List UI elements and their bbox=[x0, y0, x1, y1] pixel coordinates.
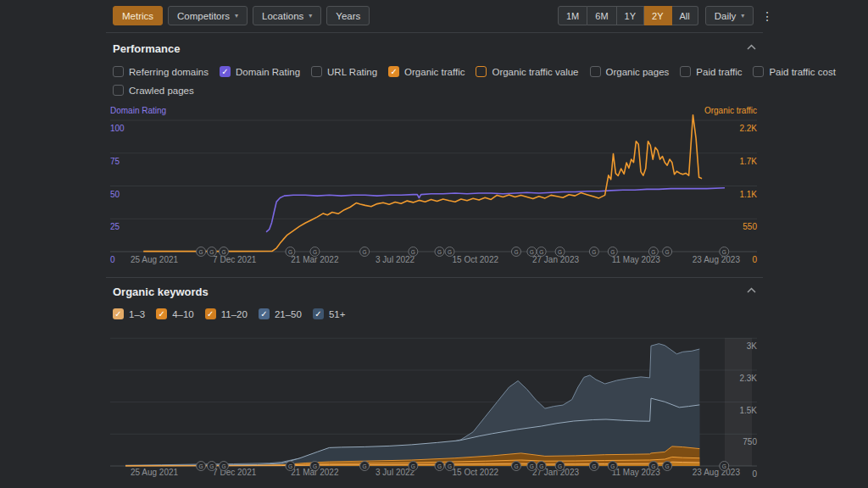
x-tick-label: 15 Oct 2022 bbox=[453, 468, 499, 477]
collapse-keywords-chevron-icon[interactable] bbox=[747, 287, 756, 293]
years-button[interactable]: Years bbox=[326, 6, 370, 25]
performance-metric-toggles-row2: Crawled pages bbox=[113, 85, 194, 96]
performance-section-title: Performance bbox=[113, 42, 180, 55]
locations-dropdown-button[interactable]: Locations▾ bbox=[253, 6, 321, 25]
metric-checkbox-organic-traffic-value[interactable]: Organic traffic value bbox=[476, 66, 578, 77]
google-update-marker-letter: G bbox=[363, 249, 367, 255]
checkbox-icon[interactable]: ✓ bbox=[113, 308, 124, 319]
google-update-marker-letter: G bbox=[610, 463, 615, 469]
x-tick-label: 23 Aug 2023 bbox=[693, 468, 741, 477]
google-update-marker-letter: G bbox=[665, 463, 670, 469]
competitors-dropdown-button[interactable]: Competitors▾ bbox=[168, 6, 248, 25]
x-tick-label: 15 Oct 2022 bbox=[453, 255, 499, 264]
google-update-marker-letter: G bbox=[209, 463, 214, 469]
keyword-filter-1-3[interactable]: ✓1–3 bbox=[113, 308, 145, 319]
google-update-marker-letter: G bbox=[530, 463, 534, 469]
organic-keywords-chart[interactable]: 07501.5K2.3K3K25 Aug 20217 Dec 202121 Ma… bbox=[106, 330, 763, 488]
metric-checkbox-paid-traffic-cost[interactable]: Paid traffic cost bbox=[753, 66, 835, 77]
range-button-group: 1M 6M 1Y 2Y All bbox=[558, 6, 698, 25]
right-axis-tick-label: 0 bbox=[752, 469, 757, 479]
x-tick-label: 7 Dec 2021 bbox=[213, 255, 257, 264]
keyword-filter-51plus[interactable]: ✓51+ bbox=[313, 308, 346, 319]
keyword-filter-11-20[interactable]: ✓11–20 bbox=[205, 308, 248, 319]
line-series-Organic traffic bbox=[143, 115, 702, 252]
metric-checkbox-domain-rating[interactable]: ✓Domain Rating bbox=[220, 66, 300, 77]
google-update-marker-letter: G bbox=[288, 249, 292, 255]
left-axis-tick-label: 75 bbox=[110, 157, 120, 166]
collapse-performance-chevron-icon[interactable] bbox=[747, 44, 756, 50]
metric-checkbox-referring-domains[interactable]: Referring domains bbox=[113, 66, 209, 77]
checkbox-icon[interactable] bbox=[113, 85, 124, 96]
right-axis-title: Organic traffic bbox=[704, 106, 757, 115]
analytics-dashboard: { "icons": { "caret_down": "▾", "kebab_m… bbox=[0, 0, 868, 488]
keyword-filter-4-10[interactable]: ✓4–10 bbox=[156, 308, 194, 319]
google-update-marker-letter: G bbox=[722, 249, 726, 255]
google-update-marker-letter: G bbox=[411, 249, 415, 255]
metric-checkbox-url-rating[interactable]: URL Rating bbox=[311, 66, 377, 77]
caret-down-icon: ▾ bbox=[309, 13, 312, 19]
metric-checkbox-crawled-pages[interactable]: Crawled pages bbox=[113, 85, 194, 96]
granularity-dropdown-button[interactable]: Daily▾ bbox=[705, 6, 754, 25]
metric-checkbox-organic-traffic[interactable]: ✓Organic traffic bbox=[388, 66, 465, 77]
checkbox-icon[interactable]: ✓ bbox=[388, 66, 399, 77]
google-update-marker-letter: G bbox=[199, 463, 203, 469]
google-update-marker-letter: G bbox=[363, 463, 367, 469]
checkbox-icon[interactable]: ✓ bbox=[220, 66, 231, 77]
metric-checkbox-paid-traffic[interactable]: Paid traffic bbox=[680, 66, 742, 77]
google-update-marker-letter: G bbox=[437, 463, 442, 469]
google-update-marker-letter: G bbox=[592, 463, 596, 469]
range-6m-button[interactable]: 6M bbox=[587, 6, 616, 25]
google-update-marker-letter: G bbox=[221, 463, 225, 469]
google-update-marker-letter: G bbox=[558, 249, 562, 255]
right-axis-tick-label: 1.7K bbox=[739, 157, 757, 166]
google-update-marker-letter: G bbox=[437, 249, 442, 255]
left-axis-title: Domain Rating bbox=[110, 106, 166, 115]
left-axis-tick-label: 50 bbox=[110, 190, 120, 199]
right-axis-tick-label: 0 bbox=[752, 255, 757, 264]
x-tick-label: 23 Aug 2023 bbox=[693, 255, 741, 264]
metric-checkbox-organic-pages[interactable]: Organic pages bbox=[590, 66, 670, 77]
right-axis-tick-label: 2.2K bbox=[739, 124, 757, 133]
checkbox-icon[interactable] bbox=[680, 66, 691, 77]
left-axis-tick-label: 0 bbox=[110, 255, 115, 264]
google-update-marker-letter: G bbox=[448, 249, 452, 255]
google-update-marker-letter: G bbox=[209, 249, 214, 255]
checkbox-icon[interactable]: ✓ bbox=[313, 308, 324, 319]
google-update-marker-letter: G bbox=[610, 249, 615, 255]
checkbox-icon[interactable] bbox=[590, 66, 601, 77]
google-update-marker-letter: G bbox=[651, 249, 655, 255]
range-2y-button[interactable]: 2Y bbox=[644, 6, 671, 25]
google-update-marker-letter: G bbox=[411, 463, 415, 469]
google-update-marker-letter: G bbox=[313, 249, 317, 255]
x-tick-label: 27 Jan 2023 bbox=[532, 255, 579, 264]
keyword-filter-21-50[interactable]: ✓21–50 bbox=[259, 308, 302, 319]
metrics-button[interactable]: Metrics bbox=[113, 6, 163, 25]
google-update-marker-letter: G bbox=[651, 463, 655, 469]
keyword-position-filters: ✓1–3 ✓4–10 ✓11–20 ✓21–50 ✓51+ bbox=[113, 308, 345, 319]
kebab-menu-icon[interactable]: ⋮ bbox=[759, 6, 776, 25]
google-update-marker-letter: G bbox=[592, 249, 596, 255]
checkbox-icon[interactable]: ✓ bbox=[156, 308, 167, 319]
google-update-marker-letter: G bbox=[221, 249, 225, 255]
section-divider bbox=[106, 277, 763, 278]
organic-keywords-section-title: Organic keywords bbox=[113, 286, 209, 298]
checkbox-icon[interactable] bbox=[311, 66, 322, 77]
checkbox-icon[interactable]: ✓ bbox=[259, 308, 270, 319]
range-1y-button[interactable]: 1Y bbox=[617, 6, 644, 25]
range-1m-button[interactable]: 1M bbox=[558, 6, 587, 25]
x-tick-label: 25 Aug 2021 bbox=[131, 255, 179, 264]
checkbox-icon[interactable]: ✓ bbox=[205, 308, 216, 319]
left-axis-tick-label: 100 bbox=[110, 124, 125, 133]
google-update-marker-letter: G bbox=[514, 249, 518, 255]
line-series-Domain Rating bbox=[266, 188, 725, 232]
checkbox-icon[interactable] bbox=[113, 66, 124, 77]
checkbox-icon[interactable] bbox=[476, 66, 487, 77]
left-axis-tick-label: 25 bbox=[110, 222, 120, 231]
google-update-marker-letter: G bbox=[665, 249, 670, 255]
google-update-marker-letter: G bbox=[539, 249, 543, 255]
range-all-button[interactable]: All bbox=[672, 6, 698, 25]
checkbox-icon[interactable] bbox=[753, 66, 764, 77]
caret-down-icon: ▾ bbox=[741, 13, 744, 19]
performance-metric-toggles-row1: Referring domains ✓Domain Rating URL Rat… bbox=[113, 66, 836, 77]
performance-chart[interactable]: Domain RatingOrganic traffic025507510005… bbox=[106, 102, 763, 273]
